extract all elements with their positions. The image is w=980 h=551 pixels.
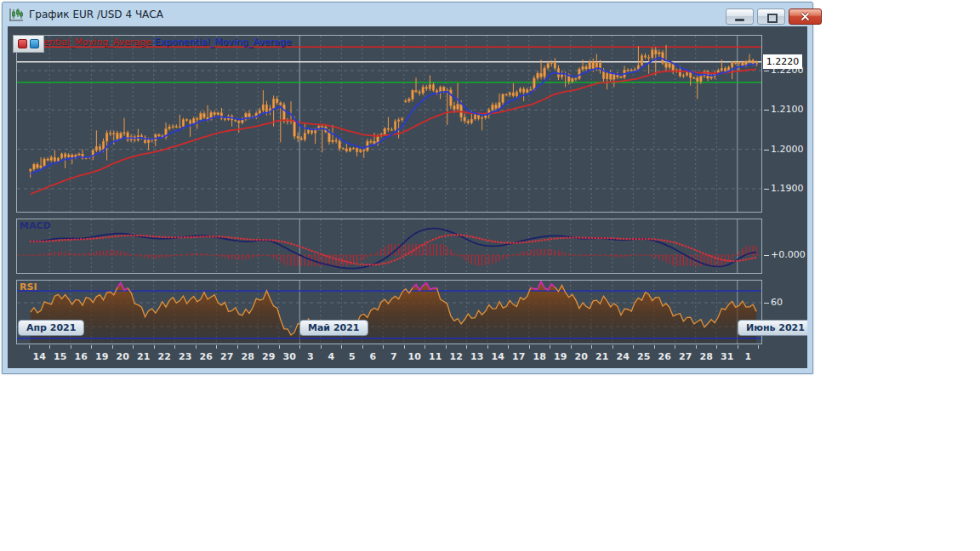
day-label: 27: [216, 351, 237, 362]
day-label: 28: [237, 351, 259, 362]
time-tick: [738, 345, 738, 349]
day-label: 22: [154, 351, 175, 362]
macd-zero-label-tick: [764, 255, 769, 256]
close-button[interactable]: [789, 9, 822, 25]
day-label: 16: [71, 351, 92, 362]
time-tick: [321, 345, 322, 349]
time-tick: [675, 345, 675, 349]
time-tick: [529, 345, 530, 349]
time-tick: [508, 345, 509, 349]
month-label-may: Май 2021: [299, 320, 368, 336]
day-label: 26: [196, 351, 217, 362]
price-tick-label: 1.1900: [771, 183, 804, 194]
time-tick: [71, 345, 71, 349]
time-tick: [466, 345, 467, 349]
chart-mini-toolbar: [13, 35, 44, 53]
day-label: 21: [133, 351, 154, 362]
time-tick: [654, 345, 655, 349]
rsi-panel[interactable]: [16, 280, 762, 344]
day-label: 19: [91, 351, 112, 362]
time-tick: [237, 345, 238, 349]
price-chart-panel[interactable]: [16, 35, 762, 213]
time-tick: [591, 345, 592, 349]
day-label: 12: [446, 351, 467, 362]
time-tick: [550, 345, 550, 349]
desktop: График EUR /USD 4 ЧАСА: [0, 0, 980, 551]
restore-button[interactable]: [757, 9, 785, 25]
day-label: 30: [279, 351, 300, 362]
candlestick-chart-icon: [9, 8, 24, 21]
time-tick: [29, 345, 30, 349]
macd-zero-label: +0.000: [771, 249, 806, 260]
price-axis[interactable]: 1.2220 1.22001.21001.20001.1900+0.00060: [762, 26, 807, 368]
time-tick: [154, 345, 155, 349]
time-tick: [446, 345, 447, 349]
day-label: 14: [29, 351, 50, 362]
blue-indicator-button[interactable]: [30, 39, 39, 48]
time-tick: [258, 345, 259, 349]
day-label: 20: [112, 351, 134, 362]
time-tick: [571, 345, 572, 349]
macd-panel[interactable]: [16, 219, 762, 274]
time-tick: [299, 345, 300, 349]
day-label: 14: [487, 351, 509, 362]
price-tick-label-tick: [764, 110, 769, 111]
time-tick: [341, 345, 342, 349]
month-label-april: Апр 2021: [18, 320, 84, 336]
day-label: 20: [571, 351, 592, 362]
time-tick: [174, 345, 175, 349]
day-label: 3: [299, 351, 321, 362]
day-label: 18: [529, 351, 550, 362]
time-tick: [424, 345, 425, 349]
time-tick: [279, 345, 280, 349]
day-label: 13: [466, 351, 487, 362]
time-tick: [91, 345, 92, 349]
window-titlebar[interactable]: График EUR /USD 4 ЧАСА: [3, 3, 812, 26]
day-label: 10: [404, 351, 425, 362]
chart-client-area: Exponential_Moving_Average Exponential_M…: [8, 26, 807, 368]
ema-slow-line: [31, 69, 756, 194]
close-icon: [789, 9, 821, 24]
day-label: 29: [258, 351, 279, 362]
price-tick-label: 1.2000: [771, 144, 804, 155]
time-tick: [196, 345, 197, 349]
time-tick: [112, 345, 113, 349]
month-label-june: Июнь 2021: [738, 320, 807, 336]
red-indicator-button[interactable]: [18, 39, 27, 48]
minimize-button[interactable]: [726, 9, 754, 25]
time-tick: [133, 345, 134, 349]
time-tick: [404, 345, 405, 349]
legend-ema-fast: Exponential_Moving_Average: [154, 37, 291, 48]
day-label: 26: [654, 351, 675, 362]
day-label: 21: [591, 351, 612, 362]
time-tick: [487, 345, 488, 349]
day-label: 1: [738, 351, 759, 362]
day-label: 5: [341, 351, 362, 362]
chart-window: График EUR /USD 4 ЧАСА: [2, 2, 813, 374]
time-tick: [612, 345, 613, 349]
time-axis[interactable]: 1415161920212223262728293034567101112131…: [8, 344, 807, 368]
minimize-icon: [735, 19, 744, 21]
day-label: 25: [633, 351, 654, 362]
time-tick: [216, 345, 217, 349]
rsi-label: RSI: [20, 281, 37, 293]
time-tick: [383, 345, 384, 349]
day-label: 17: [508, 351, 529, 362]
window-title: График EUR /USD 4 ЧАСА: [29, 9, 163, 20]
day-label: 23: [174, 351, 196, 362]
time-tick: [758, 345, 759, 349]
rsi-level-label-tick: [764, 303, 769, 304]
day-label: 27: [675, 351, 696, 362]
day-label: 31: [716, 351, 738, 362]
day-label: 7: [383, 351, 404, 362]
price-tick-label-tick: [764, 71, 769, 71]
time-tick: [49, 345, 50, 349]
day-label: 15: [49, 351, 71, 362]
time-tick: [362, 345, 363, 349]
day-label: 19: [550, 351, 571, 362]
day-label: 24: [612, 351, 634, 362]
macd-label: MACD: [20, 220, 51, 231]
day-label: 11: [424, 351, 446, 362]
restore-icon: [767, 14, 778, 23]
price-tick-label-tick: [764, 189, 769, 190]
